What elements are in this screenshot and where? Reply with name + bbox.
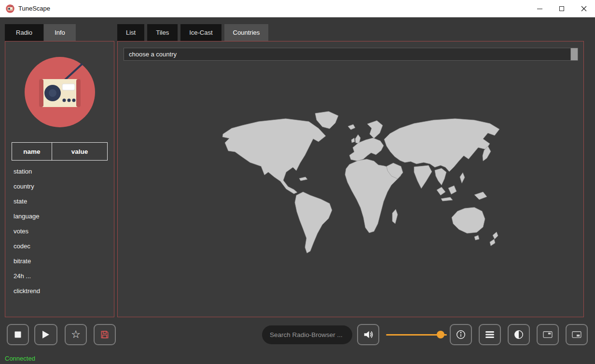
search-input[interactable] [262,325,352,344]
play-icon [42,330,50,339]
theme-toggle-button[interactable] [508,324,530,345]
left-tab-bar: Radio Info [5,24,76,41]
minimize-icon [537,9,542,9]
info-button[interactable] [450,324,472,345]
table-row: bitrate [12,254,108,269]
stop-button[interactable] [7,324,29,345]
search-box [262,325,352,344]
dropdown-arrow-icon[interactable] [570,48,578,60]
star-icon: ☆ [71,329,81,340]
tab-list[interactable]: List [117,24,144,41]
header-name: name [12,142,52,161]
volume-knob[interactable] [437,331,444,338]
connection-status: Connected [5,355,35,362]
save-button[interactable] [94,324,116,345]
window-layout-bottom-icon [571,330,582,339]
tab-info[interactable]: Info [44,24,76,41]
maximize-button[interactable] [551,0,573,17]
speaker-icon [363,329,374,340]
radio-logo [24,56,96,128]
play-button[interactable] [34,324,57,345]
info-icon [456,329,466,340]
save-floppy-icon [100,330,110,339]
table-row: votes [12,224,108,239]
countries-panel: choose a country [117,41,584,317]
table-row: country [12,179,108,194]
volume-track[interactable] [386,334,447,336]
titlebar: TuneScape [0,0,595,17]
table-rows: station country state language votes cod… [12,164,108,298]
menu-button[interactable] [479,324,501,345]
table-row: station [12,164,108,179]
table-header: name value [12,142,108,161]
contrast-icon [513,329,524,340]
stop-icon [14,331,21,338]
table-row: clicktrend [12,283,108,298]
tab-icecast[interactable]: Ice-Cast [180,24,221,41]
tab-radio[interactable]: Radio [5,24,43,41]
table-row: language [12,209,108,224]
maximize-icon [559,6,564,11]
tab-countries[interactable]: Countries [224,24,269,41]
minimize-button[interactable] [528,0,551,17]
table-row: 24h ... [12,269,108,283]
country-dropdown[interactable]: choose a country [124,48,578,61]
country-dropdown-value: choose a country [129,51,177,58]
tab-tiles[interactable]: Tiles [147,24,178,41]
header-value: value [52,142,108,161]
window-title: TuneScape [18,5,50,12]
layout-top-button[interactable] [537,324,559,345]
app-logo-icon [6,4,14,13]
station-info-table: name value station country state languag… [12,142,108,298]
menu-icon [485,331,495,338]
table-row: codec [12,239,108,254]
close-button[interactable] [573,0,595,17]
mute-button[interactable] [357,324,379,345]
world-map[interactable] [214,109,504,259]
favorite-button[interactable]: ☆ [65,324,87,345]
table-row: state [12,194,108,209]
window-layout-top-icon [542,330,553,339]
info-panel: name value station country state languag… [5,41,114,317]
right-tab-bar: List Tiles Ice-Cast Countries [117,24,268,41]
volume-slider[interactable] [386,324,447,345]
layout-bottom-button[interactable] [566,324,588,345]
close-icon [581,6,587,12]
